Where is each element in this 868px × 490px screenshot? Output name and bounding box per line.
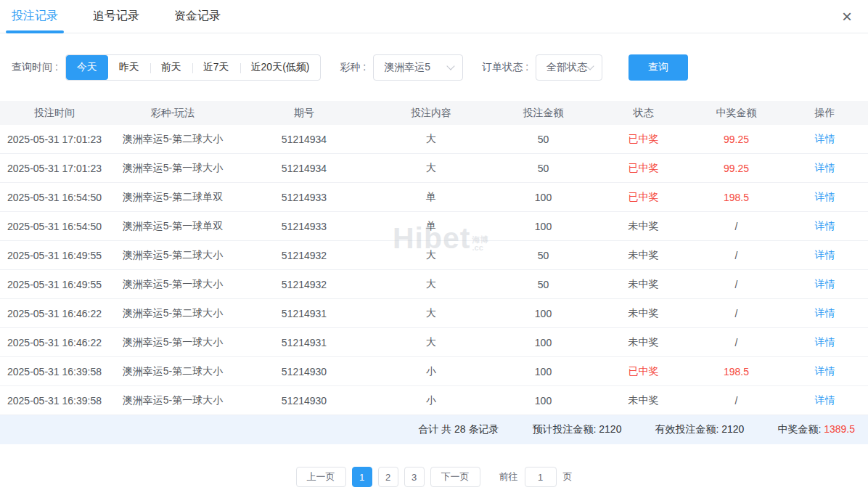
cell-time: 2025-05-31 16:49:55 [0,250,109,261]
cell-status: 未中奖 [596,336,691,349]
next-page-button[interactable]: 下一页 [430,467,480,487]
cell-play: 澳洲幸运5-第二球单双 [109,191,237,204]
cell-action[interactable]: 详情 [782,220,868,233]
cell-content: 单 [372,191,491,204]
cell-action[interactable]: 详情 [782,394,868,407]
cell-win: 99.25 [691,134,782,145]
cell-period: 51214932 [237,250,372,261]
bet-records-table: 投注时间彩种-玩法期号投注内容投注金额状态中奖金额操作 2025-05-31 1… [0,101,868,444]
chevron-down-icon [447,62,455,70]
cell-amount: 50 [491,250,596,261]
page-button-3[interactable]: 3 [404,467,425,487]
table-row: 2025-05-31 16:39:58澳洲幸运5-第一球大小51214930小1… [0,386,868,415]
cell-status: 已中奖 [596,191,691,204]
goto-page-input[interactable] [525,467,557,487]
cell-win: / [691,279,782,290]
filter-bar: 查询时间 : 今天昨天前天近7天近20天(低频) 彩种 : 澳洲幸运5 订单状态… [12,54,856,81]
tab-fund-records[interactable]: 资金记录 [174,0,221,33]
cell-period: 51214930 [237,366,372,377]
cell-period: 51214930 [237,395,372,407]
lottery-select-value: 澳洲幸运5 [384,61,430,74]
cell-period: 51214933 [237,192,372,203]
cell-action[interactable]: 详情 [782,162,868,175]
cell-status: 已中奖 [596,365,691,378]
cell-amount: 100 [491,337,596,348]
summary-valid: 有效投注金额: 2120 [655,423,744,436]
cell-play: 澳洲幸运5-第一球大小 [109,162,237,175]
cell-win: / [691,395,782,407]
cell-action[interactable]: 详情 [782,249,868,262]
summary-win-value: 1389.5 [824,423,855,435]
close-icon[interactable]: × [842,8,852,25]
cell-time: 2025-05-31 16:54:50 [0,192,109,203]
column-header: 期号 [237,107,372,120]
cell-amount: 100 [491,192,596,203]
time-option-近7天[interactable]: 近7天 [192,55,240,80]
cell-time: 2025-05-31 16:46:22 [0,308,109,319]
table-row: 2025-05-31 16:49:55澳洲幸运5-第二球大小51214932大5… [0,241,868,270]
tab-bar: 投注记录 追号记录 资金记录 × [0,0,868,33]
summary-bar: 合计 共 28 条记录 预计投注金额: 2120 有效投注金额: 2120 中奖… [0,415,868,444]
goto-label: 前往 [499,470,518,483]
table-body: 2025-05-31 17:01:23澳洲幸运5-第二球大小51214934大5… [0,125,868,415]
cell-action[interactable]: 详情 [782,133,868,146]
column-header: 中奖金额 [691,107,782,120]
cell-content: 单 [372,220,491,233]
column-header: 操作 [782,107,868,120]
cell-status: 已中奖 [596,162,691,175]
cell-time: 2025-05-31 17:01:23 [0,134,109,145]
column-header: 投注内容 [372,107,491,120]
table-row: 2025-05-31 16:46:22澳洲幸运5-第二球大小51214931大1… [0,299,868,328]
cell-action[interactable]: 详情 [782,307,868,320]
time-option-近20天(低频)[interactable]: 近20天(低频) [240,55,321,80]
cell-action[interactable]: 详情 [782,278,868,291]
cell-play: 澳洲幸运5-第一球大小 [109,394,237,407]
page-button-1[interactable]: 1 [352,467,372,487]
cell-win: / [691,250,782,261]
table-row: 2025-05-31 16:46:22澳洲幸运5-第一球大小51214931大1… [0,328,868,357]
cell-time: 2025-05-31 17:01:23 [0,163,109,174]
summary-total: 合计 共 28 条记录 [418,423,499,436]
cell-content: 大 [372,278,491,291]
cell-amount: 100 [491,308,596,319]
cell-status: 已中奖 [596,133,691,146]
tab-bet-records[interactable]: 投注记录 [12,0,58,33]
table-row: 2025-05-31 17:01:23澳洲幸运5-第二球大小51214934大5… [0,125,868,154]
cell-time: 2025-05-31 16:54:50 [0,221,109,232]
time-option-今天[interactable]: 今天 [66,55,108,80]
cell-content: 大 [372,307,491,320]
cell-action[interactable]: 详情 [782,365,868,378]
page-buttons: 123 [352,467,425,487]
cell-status: 未中奖 [596,278,691,291]
lottery-select[interactable]: 澳洲幸运5 [373,54,463,81]
time-option-昨天[interactable]: 昨天 [108,55,150,80]
cell-period: 51214934 [237,134,372,145]
summary-expected-value: 2120 [599,423,621,435]
page-button-2[interactable]: 2 [378,467,398,487]
cell-time: 2025-05-31 16:39:58 [0,366,109,377]
status-select-value: 全部状态 [546,61,587,74]
status-select[interactable]: 全部状态 [536,54,602,81]
cell-win: / [691,337,782,348]
table-header-row: 投注时间彩种-玩法期号投注内容投注金额状态中奖金额操作 [0,101,868,125]
time-option-前天[interactable]: 前天 [150,55,192,80]
search-button[interactable]: 查询 [629,54,688,81]
cell-status: 未中奖 [596,220,691,233]
lottery-filter-label: 彩种 : [340,61,366,74]
cell-play: 澳洲幸运5-第一球大小 [109,278,237,291]
column-header: 状态 [596,107,691,120]
cell-status: 未中奖 [596,307,691,320]
status-filter-label: 订单状态 : [482,61,528,74]
prev-page-button[interactable]: 上一页 [296,467,346,487]
time-filter-group: 今天昨天前天近7天近20天(低频) [65,54,322,81]
table-row: 2025-05-31 16:49:55澳洲幸运5-第一球大小51214932大5… [0,270,868,299]
cell-content: 小 [372,365,491,378]
cell-win: / [691,221,782,232]
cell-action[interactable]: 详情 [782,336,868,349]
cell-action[interactable]: 详情 [782,191,868,204]
tab-chase-records[interactable]: 追号记录 [93,0,139,33]
cell-play: 澳洲幸运5-第二球大小 [109,307,237,320]
summary-win-label: 中奖金额: [777,423,821,435]
table-row: 2025-05-31 16:39:58澳洲幸运5-第二球大小51214930小1… [0,357,868,386]
cell-content: 大 [372,133,491,146]
